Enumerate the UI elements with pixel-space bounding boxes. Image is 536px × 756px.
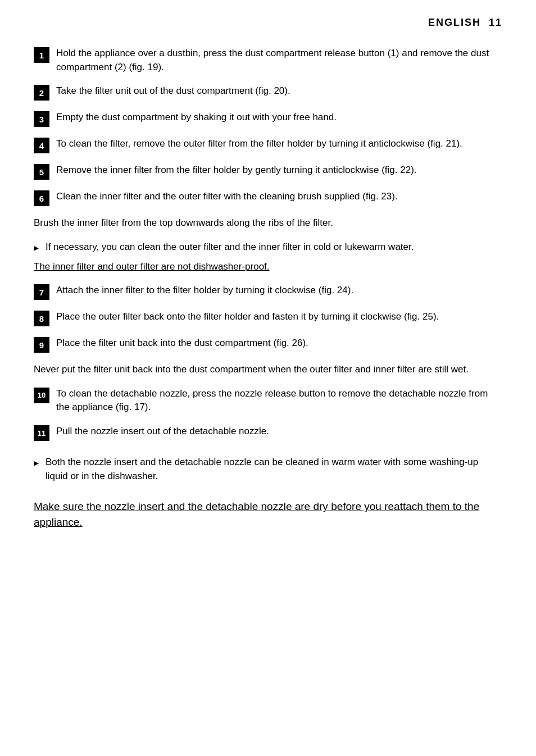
step-2: 2 Take the filter unit out of the dust c… xyxy=(34,84,502,101)
steps-10-11-list: 10 To clean the detachable nozzle, press… xyxy=(34,387,502,441)
note-after-9: Never put the filter unit back into the … xyxy=(34,363,502,377)
step-text-2: Take the filter unit out of the dust com… xyxy=(56,84,290,98)
step-4: 4 To clean the filter, remove the outer … xyxy=(34,137,502,153)
bullet-text-1: If necessary, you can clean the outer fi… xyxy=(46,240,414,254)
step-8: 8 Place the outer filter back onto the f… xyxy=(34,310,502,326)
step-badge-1: 1 xyxy=(34,47,49,63)
step-text-10: To clean the detachable nozzle, press th… xyxy=(56,387,502,415)
step-text-8: Place the outer filter back onto the fil… xyxy=(56,310,439,324)
step-badge-2: 2 xyxy=(34,85,49,101)
bullet-text-2: Both the nozzle insert and the detachabl… xyxy=(46,456,502,483)
bullet-icon-1: ▸ xyxy=(34,242,39,254)
step-badge-10: 10 xyxy=(34,388,49,403)
step-badge-11: 11 xyxy=(34,425,49,441)
underline-note-1: The inner filter and outer filter are no… xyxy=(34,260,502,274)
step-badge-7: 7 xyxy=(34,284,49,300)
step-text-9: Place the filter unit back into the dust… xyxy=(56,336,308,350)
step-text-5: Remove the inner filter from the filter … xyxy=(56,163,417,177)
step-1: 1 Hold the appliance over a dustbin, pre… xyxy=(34,47,502,74)
step-10: 10 To clean the detachable nozzle, press… xyxy=(34,387,502,415)
bullet-item-1: ▸ If necessary, you can clean the outer … xyxy=(34,240,502,254)
step-6: 6 Clean the inner filter and the outer f… xyxy=(34,190,502,206)
steps-list: 1 Hold the appliance over a dustbin, pre… xyxy=(34,47,502,206)
step-badge-9: 9 xyxy=(34,337,49,353)
step-badge-6: 6 xyxy=(34,190,49,206)
bullet-item-2: ▸ Both the nozzle insert and the detacha… xyxy=(34,456,502,483)
step-text-1: Hold the appliance over a dustbin, press… xyxy=(56,47,502,74)
bullet-icon-2: ▸ xyxy=(34,457,39,469)
step-3: 3 Empty the dust compartment by shaking … xyxy=(34,111,502,127)
step-text-6: Clean the inner filter and the outer fil… xyxy=(56,190,398,204)
step-text-7: Attach the inner filter to the filter ho… xyxy=(56,284,353,298)
step-9: 9 Place the filter unit back into the du… xyxy=(34,336,502,353)
step-badge-3: 3 xyxy=(34,111,49,127)
step-5: 5 Remove the inner filter from the filte… xyxy=(34,163,502,180)
step-text-4: To clean the filter, remove the outer fi… xyxy=(56,137,462,151)
step-11: 11 Pull the nozzle insert out of the det… xyxy=(34,425,502,441)
step-text-3: Empty the dust compartment by shaking it… xyxy=(56,111,337,125)
steps-7-9-list: 7 Attach the inner filter to the filter … xyxy=(34,284,502,353)
page-number: 11 xyxy=(489,17,502,28)
step-7: 7 Attach the inner filter to the filter … xyxy=(34,284,502,300)
final-note: Make sure the nozzle insert and the deta… xyxy=(34,499,502,530)
note-after-6: Brush the inner filter from the top down… xyxy=(34,216,502,230)
step-badge-4: 4 xyxy=(34,138,49,153)
page-header: ENGLISH 11 xyxy=(34,17,502,29)
step-badge-8: 8 xyxy=(34,311,49,326)
step-badge-5: 5 xyxy=(34,164,49,180)
step-text-11: Pull the nozzle insert out of the detach… xyxy=(56,425,269,439)
language-label: ENGLISH xyxy=(428,17,481,28)
